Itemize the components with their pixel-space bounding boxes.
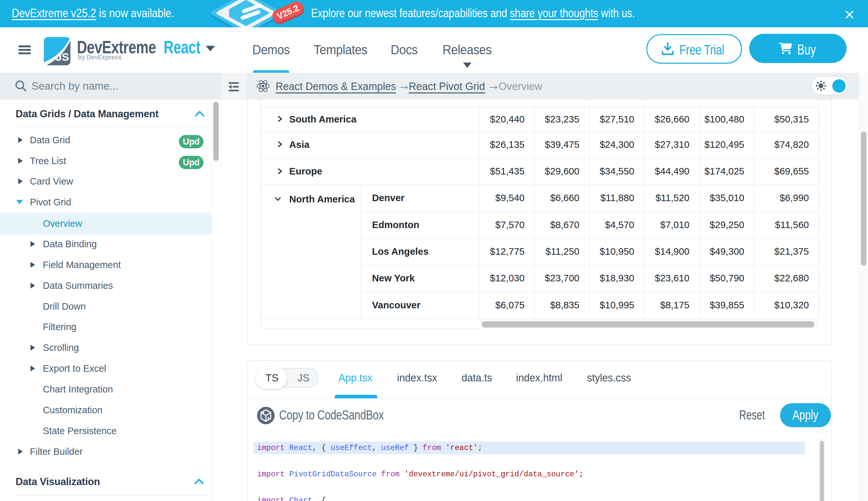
- svg-text:JS: JS: [55, 51, 69, 63]
